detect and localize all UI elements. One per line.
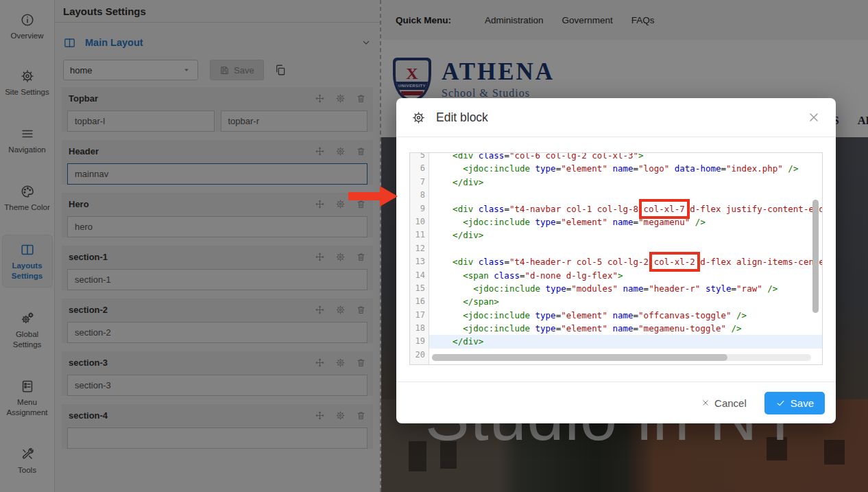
close-icon [807, 110, 821, 124]
code-line-15: <jdoc:include type="modules" name="heade… [429, 282, 822, 295]
annotation-box: col-xl-7 [644, 204, 685, 214]
line-number: 19 [410, 335, 425, 348]
code-line-19: </div> [429, 335, 822, 348]
editor-line-numbers: 567891011121314151617181920 [410, 152, 429, 364]
editor-horizontal-scrollbar-track[interactable] [432, 354, 811, 361]
modal-footer: Cancel Save [396, 382, 836, 423]
x-icon [701, 398, 710, 408]
line-number: 9 [410, 202, 425, 215]
line-number: 6 [410, 162, 425, 175]
code-line-17: <jdoc:include type="element" name="offca… [429, 309, 822, 322]
code-line-12 [429, 242, 822, 255]
gear-icon [411, 110, 426, 125]
annotation-arrow [348, 186, 398, 207]
cancel-label: Cancel [714, 397, 747, 409]
x-icon [701, 398, 710, 408]
line-number: 8 [410, 189, 425, 202]
code-line-16: </span> [429, 295, 822, 308]
code-line-6: <jdoc:include type="element" name="logo"… [429, 162, 822, 175]
code-line-13: <div class="t4-header-r col-5 col-lg-2 c… [429, 255, 822, 268]
line-number: 11 [410, 229, 425, 242]
modal-save-label: Save [791, 397, 814, 409]
annotation-arrow-head [380, 186, 398, 207]
line-number: 20 [410, 349, 425, 362]
line-number: 16 [410, 295, 425, 308]
check-icon [775, 398, 786, 408]
editor-vertical-scrollbar[interactable] [812, 200, 819, 313]
line-number: 18 [410, 322, 425, 335]
line-number: 7 [410, 176, 425, 189]
line-number: 14 [410, 269, 425, 282]
modal-body: 567891011121314151617181920 <div class="… [396, 137, 836, 365]
line-number: 15 [410, 282, 425, 295]
edit-block-modal: Edit block 567891011121314151617181920 <… [396, 98, 836, 423]
code-line-11: </div> [429, 229, 822, 242]
code-line-7: </div> [429, 176, 822, 189]
editor-horizontal-scrollbar[interactable] [432, 354, 727, 361]
line-number: 17 [410, 309, 425, 322]
line-number: 5 [410, 152, 425, 162]
code-line-18: <jdoc:include type="element" name="megam… [429, 322, 822, 335]
modal-title: Edit block [436, 110, 488, 125]
modal-save-button[interactable]: Save [764, 392, 825, 414]
line-number: 12 [410, 242, 425, 255]
code-editor[interactable]: 567891011121314151617181920 <div class="… [409, 152, 823, 365]
code-line-14: <span class="d-none d-lg-flex"> [429, 269, 822, 282]
code-line-5: <div class="col-6 col-lg-2 col-xl-3"> [429, 152, 822, 162]
code-line-10: <jdoc:include type="element" name="megam… [429, 215, 822, 229]
line-number: 13 [410, 255, 425, 268]
annotation-arrow-shaft [348, 192, 381, 200]
code-line-9: <div class="t4-navbar col-1 col-lg-8 col… [429, 202, 822, 215]
close-icon[interactable] [807, 110, 821, 124]
cancel-button[interactable]: Cancel [701, 397, 747, 409]
code-line-8 [429, 189, 822, 202]
gear-icon [411, 110, 426, 125]
modal-header: Edit block [396, 98, 836, 137]
check-icon [775, 398, 786, 408]
annotation-box: col-xl-2 [654, 257, 695, 267]
line-number: 10 [410, 215, 425, 229]
editor-code-area[interactable]: <div class="col-6 col-lg-2 col-xl-3"> <j… [429, 152, 822, 364]
